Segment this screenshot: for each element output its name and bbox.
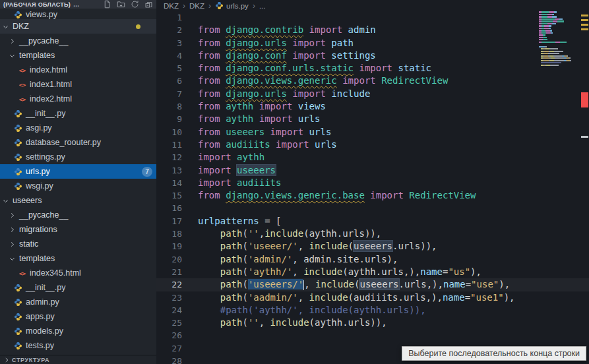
code-token: ,	[298, 241, 309, 251]
new-file-icon[interactable]	[102, 0, 111, 9]
code-line-14[interactable]: 14import audiiits	[156, 177, 589, 189]
breadcrumb-item-dkz[interactable]: DKZ	[164, 2, 179, 10]
code-line-7[interactable]: 7from django.urls import include	[156, 88, 589, 100]
tree-item-urls-py[interactable]: urls.py7	[0, 164, 156, 179]
breadcrumb-item-item[interactable]: ...	[259, 2, 266, 10]
tree-item-dkz[interactable]: DKZ	[0, 19, 156, 34]
code-line-1[interactable]: 1	[156, 11, 589, 24]
overview-ruler[interactable]	[580, 0, 589, 364]
line-number[interactable]: 25	[156, 317, 182, 329]
new-folder-icon[interactable]	[116, 0, 125, 9]
tree-item-static[interactable]: static	[0, 237, 156, 251]
code-line-4[interactable]: 4from django.conf import settings	[156, 49, 589, 62]
code-line-17[interactable]: 17urlpatterns = [	[156, 215, 589, 228]
code-line-25[interactable]: 25 path('', include(aythh.urls)),	[156, 317, 589, 329]
line-number[interactable]: 3	[156, 37, 182, 49]
code-line-21[interactable]: 21 path('aythh/', include(aythh.urls,),n…	[156, 266, 589, 278]
tree-item-pycache[interactable]: __pycache__	[0, 34, 156, 48]
line-number[interactable]: 28	[156, 355, 182, 364]
line-number[interactable]: 24	[156, 304, 182, 317]
code-line-5[interactable]: 5from django.conf.urls.static import sta…	[156, 62, 589, 75]
line-number[interactable]: 14	[156, 177, 182, 189]
code-token: ),	[470, 266, 481, 277]
code-line-20[interactable]: 20 path('admin/', admin.site.urls),	[156, 253, 589, 266]
tree-item-index1-html[interactable]: <>index1.html	[0, 77, 156, 92]
line-number[interactable]: 8	[156, 100, 182, 113]
code-line-9[interactable]: 9from aythh import urls	[156, 113, 589, 125]
line-number[interactable]: 5	[156, 62, 182, 75]
tree-item-models-py[interactable]: models.py	[0, 324, 156, 338]
code-line-3[interactable]: 3from django.urls import path	[156, 37, 589, 49]
line-number[interactable]: 21	[156, 266, 182, 278]
tree-item-templates[interactable]: templates	[0, 48, 156, 63]
line-number[interactable]: 9	[156, 113, 182, 125]
line-number[interactable]: 13	[156, 164, 182, 177]
tree-item-asgi-py[interactable]: asgi.py	[0, 121, 156, 135]
line-number[interactable]: 18	[156, 228, 182, 240]
line-number[interactable]: 4	[156, 49, 182, 62]
refresh-explorer-icon[interactable]	[130, 0, 139, 9]
tree-item-templates[interactable]: templates	[0, 251, 156, 266]
code-line-13[interactable]: 13import useeers	[156, 164, 589, 177]
outline-section-header[interactable]: СТРУКТУРА	[0, 355, 156, 364]
line-number[interactable]: 16	[156, 202, 182, 214]
line-number[interactable]: 6	[156, 75, 182, 87]
tree-item-views-py[interactable]: views.py	[0, 9, 156, 19]
line-number[interactable]: 10	[156, 126, 182, 138]
line-number[interactable]: 22	[156, 278, 182, 291]
code-line-2[interactable]: 2from django.contrib import admin	[156, 24, 589, 36]
workspace-section-header[interactable]: (РАБОЧАЯ ОБЛАСТЬ) ...	[0, 0, 156, 9]
tree-item-index-html[interactable]: <>index.html	[0, 63, 156, 77]
code-line-19[interactable]: 19 path('useeer/', include(useeers.urls)…	[156, 240, 589, 253]
line-number[interactable]: 15	[156, 189, 182, 202]
collapse-folders-icon[interactable]	[144, 0, 153, 9]
tree-item-admin-py[interactable]: admin.py	[0, 295, 156, 309]
tree-item-settings-py[interactable]: settings.py	[0, 150, 156, 164]
line-number[interactable]: 12	[156, 151, 182, 164]
line-number[interactable]: 23	[156, 291, 182, 304]
code-line-18[interactable]: 18 path('',include(aythh.urls)),	[156, 228, 589, 240]
tree-item-useeers[interactable]: useeers	[0, 193, 156, 208]
tree-item-index2-html[interactable]: <>index2.html	[0, 92, 156, 106]
minimap-line	[539, 62, 580, 63]
tree-item-index345-html[interactable]: <>index345.html	[0, 266, 156, 280]
line-number[interactable]: 19	[156, 240, 182, 253]
tree-item-migrations[interactable]: migrations	[0, 222, 156, 237]
tree-item-init-py[interactable]: __init__.py	[0, 106, 156, 121]
minimap[interactable]	[539, 9, 580, 74]
code-line-11[interactable]: 11from audiiits import urls	[156, 138, 589, 151]
code-line-22[interactable]: 22 path('useeers/', include(useeers.urls…	[156, 278, 589, 291]
minimap-line	[539, 14, 580, 15]
line-number[interactable]: 26	[156, 329, 182, 342]
more-actions-icon[interactable]: ...	[73, 1, 79, 8]
code-line-8[interactable]: 8from aythh import views	[156, 100, 589, 113]
breadcrumb-item-urls-py[interactable]: urls.py	[215, 1, 249, 10]
code-line-15[interactable]: 15from django.views.generic.base import …	[156, 189, 589, 202]
tree-item-label: models.py	[26, 326, 63, 336]
line-number[interactable]: 1	[156, 11, 182, 24]
code-line-text: path('',include(aythh.urls)),	[182, 228, 381, 240]
line-number[interactable]: 27	[156, 342, 182, 355]
tree-item-pycache[interactable]: __pycache__	[0, 208, 156, 222]
line-number[interactable]: 2	[156, 24, 182, 36]
line-number[interactable]: 7	[156, 88, 182, 100]
tree-item-apps-py[interactable]: apps.py	[0, 309, 156, 324]
code-line-6[interactable]: 6from django.views.generic import Redire…	[156, 75, 589, 87]
line-number[interactable]: 17	[156, 215, 182, 228]
code-line-10[interactable]: 10from useeers import urls	[156, 126, 589, 138]
code-line-12[interactable]: 12import aythh	[156, 151, 589, 164]
code-area[interactable]: 12from django.contrib import admin3from …	[156, 11, 589, 364]
code-line-16[interactable]: 16	[156, 202, 589, 214]
code-line-26[interactable]: 26	[156, 329, 589, 342]
tree-item-init-py[interactable]: __init__.py	[0, 280, 156, 295]
line-number[interactable]: 11	[156, 138, 182, 151]
code-line-24[interactable]: 24 #path('aythh/', include(aythh.urls)),	[156, 304, 589, 317]
tree-item-database-roouter-py[interactable]: database_roouter.py	[0, 135, 156, 150]
line-number[interactable]: 20	[156, 253, 182, 266]
tree-item-wsgi-py[interactable]: wsgi.py	[0, 179, 156, 193]
code-token: 'useeers/'	[248, 279, 303, 289]
breadcrumb-item-dkz[interactable]: DKZ	[189, 2, 204, 10]
tree-item-tests-py[interactable]: tests.py	[0, 338, 156, 353]
tree-item-label: templates	[19, 51, 55, 60]
code-line-23[interactable]: 23 path('aadmin/', include(audiiits.urls…	[156, 291, 589, 304]
